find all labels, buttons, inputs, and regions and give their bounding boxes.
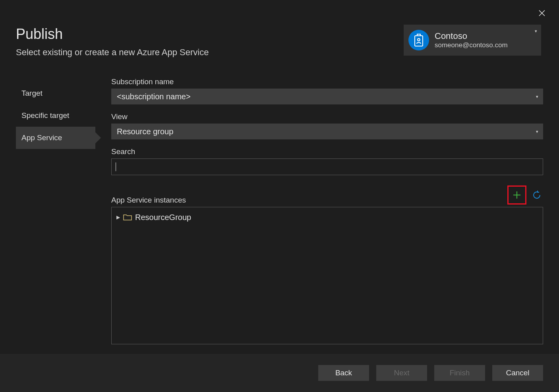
button-label: Cancel <box>506 369 529 377</box>
dialog-footer: Back Next Finish Cancel <box>0 354 559 392</box>
chevron-down-icon: ▾ <box>536 94 538 99</box>
subscription-value: <subscription name> <box>117 92 191 101</box>
dialog-body: Target Specific target App Service Subsc… <box>16 77 543 344</box>
add-instance-button[interactable] <box>507 185 526 205</box>
form-area: Subscription name <subscription name> ▾ … <box>111 77 543 344</box>
instances-tree[interactable]: ▶ ResourceGroup <box>111 207 543 344</box>
account-info: Contoso someone@contoso.com <box>435 31 508 49</box>
search-label: Search <box>111 147 543 156</box>
instances-actions <box>507 185 543 205</box>
refresh-instances-button[interactable] <box>530 189 543 201</box>
next-button[interactable]: Next <box>376 365 427 381</box>
step-app-service[interactable]: App Service <box>16 127 95 149</box>
page-title: Publish <box>16 26 209 42</box>
view-label: View <box>111 112 543 121</box>
tree-item-resource-group[interactable]: ▶ ResourceGroup <box>116 211 538 223</box>
button-label: Finish <box>450 369 470 377</box>
account-avatar-icon <box>408 30 429 50</box>
page-subtitle: Select existing or create a new Azure Ap… <box>16 47 209 58</box>
cancel-button[interactable]: Cancel <box>492 365 543 381</box>
search-input-wrapper <box>111 158 543 175</box>
view-select[interactable]: Resource group ▾ <box>111 124 543 139</box>
folder-icon <box>123 214 132 221</box>
subscription-select[interactable]: <subscription name> ▾ <box>111 89 543 104</box>
finish-button[interactable]: Finish <box>434 365 485 381</box>
refresh-icon <box>532 190 542 200</box>
plus-icon <box>513 191 521 199</box>
wizard-steps: Target Specific target App Service <box>16 77 95 344</box>
close-button[interactable] <box>536 7 548 19</box>
button-label: Next <box>394 369 409 377</box>
step-label: App Service <box>21 133 62 142</box>
subscription-label: Subscription name <box>111 77 543 86</box>
search-input[interactable] <box>116 162 539 172</box>
account-selector[interactable]: Contoso someone@contoso.com ▾ <box>404 25 541 56</box>
account-email: someone@contoso.com <box>435 41 508 49</box>
account-name: Contoso <box>435 31 508 41</box>
chevron-down-icon: ▾ <box>536 129 538 134</box>
publish-dialog: Publish Select existing or create a new … <box>0 0 559 392</box>
svg-point-3 <box>418 39 420 41</box>
step-label: Specific target <box>21 111 69 120</box>
instances-header-row: App Service instances <box>111 185 543 205</box>
back-button[interactable]: Back <box>318 365 369 381</box>
view-value: Resource group <box>117 127 173 136</box>
instances-label: App Service instances <box>111 196 186 205</box>
step-label: Target <box>21 89 43 98</box>
tree-item-label: ResourceGroup <box>135 213 191 222</box>
button-label: Back <box>335 369 352 377</box>
step-specific-target[interactable]: Specific target <box>16 104 95 127</box>
chevron-right-icon: ▶ <box>116 214 120 220</box>
dialog-header: Publish Select existing or create a new … <box>16 26 209 58</box>
close-icon <box>538 10 545 17</box>
step-target[interactable]: Target <box>16 82 95 104</box>
chevron-down-icon: ▾ <box>535 29 537 34</box>
